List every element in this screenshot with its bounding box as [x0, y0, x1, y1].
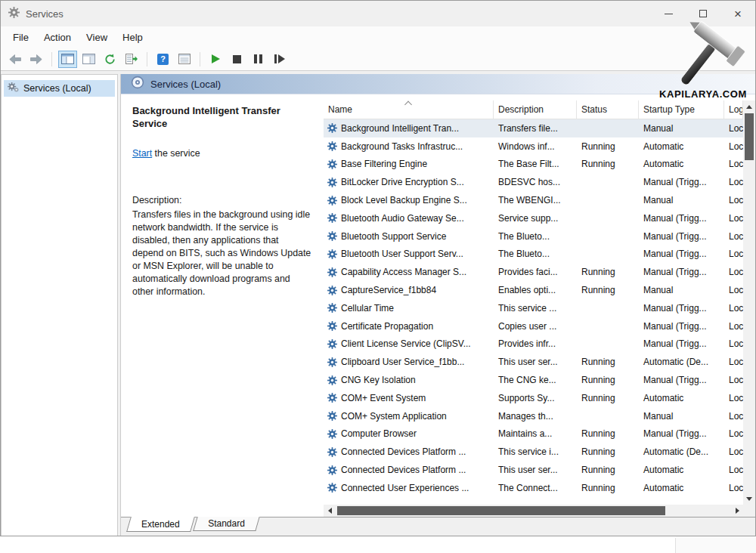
- service-row[interactable]: CNG Key Isolation The CNG ke... Running …: [324, 371, 743, 389]
- forward-button[interactable]: [26, 51, 45, 68]
- watermark-text: KAPILARYA.COM: [659, 88, 747, 100]
- service-row[interactable]: Computer Browser Maintains a... Running …: [324, 425, 743, 443]
- service-row[interactable]: Connected Devices Platform ... This serv…: [324, 443, 743, 461]
- scroll-down-icon[interactable]: [743, 493, 755, 505]
- arrow-left-icon: [9, 54, 21, 64]
- console-tree-icon: [61, 54, 74, 64]
- service-log-on-as: Loc: [724, 483, 743, 493]
- service-row[interactable]: BitLocker Drive Encryption S... BDESVC h…: [324, 173, 743, 191]
- service-name: COM+ System Application: [341, 411, 447, 422]
- page-footer: [0, 536, 756, 553]
- service-row[interactable]: COM+ Event System Supports Sy... Running…: [324, 389, 743, 407]
- vertical-scrollbar[interactable]: [743, 100, 755, 505]
- service-startup-type: Manual (Trigg...: [639, 267, 724, 277]
- service-name: Clipboard User Service_f1bb...: [341, 357, 464, 367]
- stop-service-button[interactable]: [228, 51, 246, 68]
- service-row[interactable]: Bluetooth Support Service The Blueto... …: [324, 227, 743, 246]
- service-row[interactable]: Bluetooth User Support Serv... The Bluet…: [324, 246, 743, 264]
- service-row[interactable]: Cellular Time This service ... Manual (T…: [324, 299, 743, 317]
- service-description: The Blueto...: [494, 249, 577, 259]
- service-row[interactable]: CaptureService_f1bb84 Enables opti... Ru…: [324, 281, 743, 299]
- horizontal-scrollbar[interactable]: [324, 505, 743, 517]
- tab-extended[interactable]: Extended: [126, 517, 194, 532]
- service-name: Capability Access Manager S...: [341, 267, 466, 277]
- service-gear-icon: [327, 267, 337, 277]
- service-row[interactable]: Connected Devices Platform ... This user…: [324, 461, 743, 479]
- column-header-status[interactable]: Status: [577, 100, 639, 119]
- service-description: The Blueto...: [494, 231, 577, 242]
- service-description: The Base Filt...: [494, 159, 577, 169]
- service-startup-type: Automatic: [639, 159, 724, 169]
- service-gear-icon: [327, 249, 337, 259]
- horizontal-scroll-thumb[interactable]: [337, 506, 665, 515]
- service-row[interactable]: Connected User Experiences ... The Conne…: [324, 479, 743, 497]
- service-row[interactable]: Background Tasks Infrastruc... Windows i…: [324, 137, 743, 156]
- service-row[interactable]: Clipboard User Service_f1bb... This user…: [324, 353, 743, 371]
- service-log-on-as: Loc: [724, 446, 743, 457]
- service-row[interactable]: Certificate Propagation Copies user ... …: [324, 317, 743, 335]
- service-row[interactable]: Base Filtering Engine The Base Filt... R…: [324, 156, 743, 174]
- tab-standard[interactable]: Standard: [193, 517, 259, 531]
- vertical-scroll-thumb[interactable]: [745, 113, 754, 160]
- window-title: Services: [26, 8, 64, 20]
- service-description: BDESVC hos...: [494, 177, 577, 187]
- menu-help[interactable]: Help: [115, 29, 150, 46]
- minimize-button[interactable]: [651, 1, 686, 26]
- menu-view[interactable]: View: [79, 29, 115, 46]
- menu-action[interactable]: Action: [36, 29, 79, 46]
- menu-file[interactable]: File: [5, 29, 36, 46]
- service-row[interactable]: Background Intelligent Tran... Transfers…: [324, 119, 743, 137]
- column-header-log-on-as[interactable]: Log: [724, 100, 743, 119]
- scroll-left-icon[interactable]: [324, 505, 336, 517]
- service-startup-type: Manual (Trigg...: [639, 231, 724, 242]
- refresh-button[interactable]: [101, 51, 119, 68]
- service-startup-type: Automatic: [639, 465, 724, 475]
- properties-button[interactable]: [175, 51, 194, 68]
- service-log-on-as: Loc: [724, 428, 743, 439]
- service-description: Provides infr...: [494, 338, 577, 349]
- service-row[interactable]: Block Level Backup Engine S... The WBENG…: [324, 191, 743, 209]
- service-status: Running: [577, 267, 639, 277]
- scroll-right-icon[interactable]: [731, 505, 743, 517]
- service-row[interactable]: Bluetooth Audio Gateway Se... Service su…: [324, 209, 743, 227]
- start-service-link[interactable]: Start: [132, 148, 152, 159]
- maximize-button[interactable]: [686, 1, 720, 26]
- service-name: Cellular Time: [341, 303, 394, 314]
- show-console-tree-button[interactable]: [58, 51, 77, 68]
- services-window: Services File Action View Help: [0, 0, 756, 536]
- service-startup-type: Manual: [639, 195, 724, 205]
- scroll-up-icon[interactable]: [743, 100, 755, 113]
- close-button[interactable]: [720, 1, 755, 26]
- tool-bar: [1, 48, 755, 71]
- sort-ascending-icon: [404, 101, 412, 109]
- restart-service-button[interactable]: [270, 51, 289, 68]
- back-button[interactable]: [5, 51, 24, 68]
- show-action-pane-button[interactable]: [79, 51, 98, 68]
- content-body: Background Intelligent Transfer Service …: [121, 94, 755, 517]
- export-list-button[interactable]: [122, 51, 141, 68]
- help-button[interactable]: [153, 51, 172, 68]
- service-startup-type: Automatic: [639, 393, 724, 403]
- pause-service-button[interactable]: [249, 51, 268, 68]
- service-row[interactable]: Client License Service (ClipSV... Provid…: [324, 335, 743, 354]
- service-row[interactable]: Capability Access Manager S... Provides …: [324, 263, 743, 281]
- column-header-description[interactable]: Description: [494, 100, 577, 119]
- column-header-startup-type[interactable]: Startup Type: [639, 100, 724, 119]
- service-log-on-as: Loc: [724, 177, 743, 187]
- service-gear-icon: [327, 465, 337, 475]
- service-description: Copies user ...: [494, 321, 577, 332]
- service-log-on-as: Loc: [724, 123, 743, 134]
- tree-item-services-local[interactable]: Services (Local): [4, 80, 115, 97]
- service-log-on-as: Loc: [724, 465, 743, 475]
- service-startup-type: Manual (Trigg...: [639, 321, 724, 332]
- arrow-right-icon: [30, 54, 42, 64]
- service-log-on-as: Loc: [724, 285, 743, 295]
- service-name: Block Level Backup Engine S...: [341, 195, 467, 205]
- service-description: Windows inf...: [494, 141, 577, 152]
- service-row[interactable]: COM+ System Application Manages th... Ma…: [324, 407, 743, 425]
- service-gear-icon: [327, 231, 337, 241]
- service-gear-icon: [327, 483, 337, 493]
- column-header-name[interactable]: Name: [324, 100, 494, 119]
- service-name: CNG Key Isolation: [341, 375, 416, 385]
- start-service-button[interactable]: [206, 51, 225, 68]
